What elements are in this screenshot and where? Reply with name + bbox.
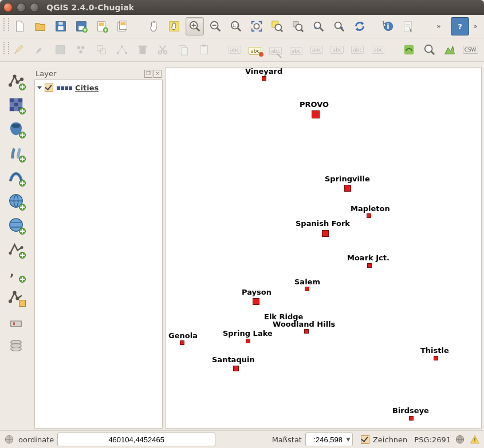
city-point[interactable] [367,213,371,218]
refresh-button[interactable] [351,17,369,35]
city-label: Thistle [420,346,449,355]
paste-features-button[interactable] [195,41,213,59]
label-pin-button[interactable]: abc [287,41,305,59]
window-minimize-button[interactable] [17,3,26,12]
label-move-button[interactable]: abc [328,41,347,59]
zoom-out-button[interactable] [206,17,225,35]
add-spatialite-layer-button[interactable] [6,143,26,162]
add-feature-button[interactable] [72,41,90,59]
composer-manager-button[interactable] [113,17,132,35]
add-vector-layer-button[interactable] [6,71,26,90]
toolbar1-overflow[interactable]: » [435,22,443,30]
layers-tree[interactable]: Cities [34,80,163,429]
add-postgis-layer-button[interactable] [6,119,26,138]
tree-expand-icon[interactable] [37,86,42,89]
scale-input[interactable] [306,435,344,445]
city-point[interactable] [409,416,414,421]
new-print-composer-button[interactable] [93,17,111,35]
city-point[interactable] [434,356,438,360]
save-project-as-button[interactable] [72,17,90,35]
add-wfs-layer-button[interactable] [6,239,26,259]
label-settings-button[interactable]: abc [246,41,264,59]
svg-point-56 [13,74,16,78]
city-point[interactable] [180,340,184,345]
city-point[interactable] [305,287,309,291]
help-button[interactable]: ? [451,17,469,35]
map-canvas[interactable]: VineyardPROVOSpringvilleMapletonSpanish … [165,68,482,429]
city-point[interactable] [262,76,266,81]
histogram-icon[interactable] [440,41,459,59]
current-edits-button[interactable] [31,41,49,59]
window-maximize-button[interactable] [30,3,39,12]
save-edits-button[interactable] [52,41,70,59]
svg-rect-62 [10,102,14,107]
delete-selected-button[interactable] [133,41,152,59]
add-wcs-layer-button[interactable] [6,215,26,235]
zoom-native-button[interactable]: 1:1 [227,17,245,35]
new-project-button[interactable] [10,17,29,35]
city-point[interactable] [253,298,259,305]
move-feature-button[interactable] [92,41,111,59]
svg-rect-52 [404,45,414,55]
layer-visibility-checkbox[interactable] [45,84,53,92]
svg-point-71 [9,252,12,255]
layers-panel-close-icon[interactable]: × [154,70,162,78]
city-point[interactable] [344,185,351,192]
window-close-button[interactable] [3,3,13,12]
add-mssql-layer-button[interactable] [6,167,26,187]
node-tool-button[interactable] [113,41,131,59]
coordinate-input[interactable] [57,433,215,446]
city-point[interactable] [367,263,372,268]
svg-point-40 [79,50,82,54]
zoom-to-layer-button[interactable] [289,17,307,35]
city-point[interactable] [304,329,309,334]
city-point[interactable] [233,366,239,371]
zoom-in-button[interactable] [186,17,204,35]
toolbar1-overflow-2[interactable]: » [471,22,479,30]
main-area: , Layer ❐ × Cities VineyardPROVOSpringvi… [0,68,484,431]
cut-features-button[interactable] [154,41,172,59]
scale-dropdown-icon[interactable]: ▼ [344,437,352,442]
layer-name-label: Cities [75,84,99,92]
city-point[interactable] [246,339,250,343]
crs-button[interactable] [454,434,466,445]
zoom-to-selection-button[interactable] [268,17,286,35]
plugin-button-green[interactable] [400,41,418,59]
zoom-next-button[interactable] [330,17,348,35]
save-project-button[interactable] [52,17,70,35]
layers-panel-float-icon[interactable]: ❐ [144,70,152,78]
pan-button[interactable] [144,17,163,35]
city-point[interactable] [322,230,329,237]
svg-point-72 [21,246,23,249]
copy-features-button[interactable] [174,41,192,59]
csw-button[interactable]: CSW [461,41,479,59]
new-shapefile-button[interactable] [6,287,26,307]
status-globe-icon[interactable] [3,434,15,445]
toggle-editing-button[interactable] [10,41,29,59]
identify-button[interactable]: i [379,17,398,35]
label-layer-button[interactable]: abc [226,41,244,59]
add-wms-layer-button[interactable] [6,191,26,211]
zoom-tool-icon[interactable] [420,41,439,59]
svg-line-18 [217,28,221,31]
svg-rect-7 [99,23,104,26]
select-features-button[interactable] [400,17,418,35]
remove-layer-button[interactable] [6,311,26,331]
label-highlight-button[interactable]: abc [266,41,285,59]
messages-button[interactable] [469,434,481,445]
add-raster-layer-button[interactable] [6,95,26,114]
render-checkbox[interactable] [361,435,369,444]
label-rotate-button[interactable]: abc [348,41,367,59]
city-label: Santaquin [212,355,255,364]
zoom-full-button[interactable] [247,17,266,35]
manage-layers-button[interactable] [6,335,26,355]
label-change-button[interactable]: abc [369,41,387,59]
svg-rect-37 [56,46,65,54]
add-delimited-text-button[interactable]: , [6,263,26,283]
city-point[interactable] [312,110,320,118]
zoom-last-button[interactable] [309,17,328,35]
label-showhide-button[interactable]: abc [308,41,326,59]
open-project-button[interactable] [31,17,49,35]
pan-to-selection-button[interactable] [165,17,183,35]
layer-item-cities[interactable]: Cities [37,84,160,92]
